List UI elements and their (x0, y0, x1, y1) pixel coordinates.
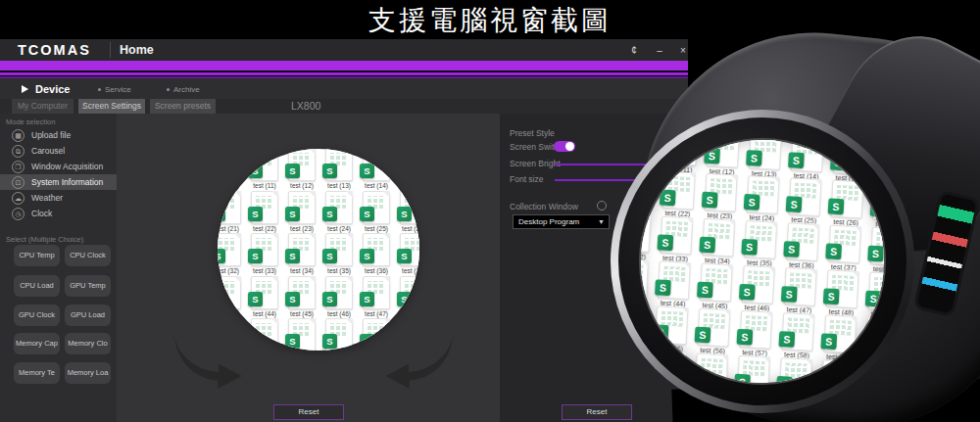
photo-shadow (671, 378, 980, 422)
document-icon: S (868, 272, 884, 311)
page-title: 支援電腦視窗截圖 (0, 2, 980, 39)
file-label: test (25) (365, 225, 388, 232)
file-label: test (43) (218, 310, 239, 317)
nav-archive[interactable]: Archive (173, 85, 200, 94)
nav-device[interactable]: Device (35, 83, 70, 95)
file-label: test (56) (700, 346, 725, 353)
upload-file-icon: ▦ (12, 129, 24, 142)
green-s-badge: S (248, 292, 263, 306)
document-icon: S (791, 140, 824, 172)
tab-my-computer[interactable]: My Computer (12, 99, 74, 114)
document-icon: S (288, 191, 316, 224)
green-s-badge: S (860, 380, 877, 383)
file-label: test (27) (875, 220, 884, 228)
file-label: test (11) (253, 182, 275, 189)
green-s-badge: S (699, 237, 715, 254)
file-icon-cell: Stest (59) (818, 314, 861, 361)
metric-memory-cap[interactable]: Memory Cap (14, 333, 60, 354)
document-icon: S (218, 233, 241, 266)
file-icon-cell: Stest (12) (702, 140, 745, 175)
green-s-badge: S (744, 194, 760, 211)
sidebar-item-window-acquisition[interactable]: ❐ Window Acquisition (0, 159, 117, 174)
green-s-badge: S (397, 292, 412, 306)
screen-bright-slider[interactable] (555, 164, 698, 165)
green-s-badge: S (360, 207, 374, 221)
page-fold (763, 356, 770, 363)
green-s-badge: S (862, 335, 879, 352)
tab-screen-settings[interactable]: Screen Settings (78, 99, 145, 114)
file-icon-cell: Stest (36) (781, 222, 824, 269)
sidebar-item-clock[interactable]: ◷ Clock (0, 206, 117, 221)
panel-reset-button[interactable]: Reset (562, 404, 632, 420)
font-size-slider[interactable] (555, 179, 698, 181)
file-icon-cell: Stest (26) (395, 191, 419, 232)
spreadsheet-pattern (836, 185, 858, 201)
metric-gpu-load[interactable]: GPU Load (65, 305, 111, 326)
spreadsheet-pattern (708, 223, 730, 239)
document-icon: S (325, 191, 353, 224)
rotate-arrow-right (380, 333, 459, 390)
file-label: test (16) (878, 176, 884, 184)
file-label: test (36) (365, 267, 388, 274)
green-s-badge: S (865, 290, 882, 306)
screen-switch-toggle[interactable] (554, 141, 575, 152)
document-icon: S (218, 276, 241, 309)
sidebar-item-weather[interactable]: ☁ Weather (0, 190, 117, 206)
nav-service[interactable]: Service (105, 85, 131, 94)
metric-cpu-temp[interactable]: CPU Temp (14, 245, 60, 266)
page-fold (858, 140, 865, 144)
metric-cpu-load[interactable]: CPU Load (14, 275, 60, 297)
settings-panel: Preset Style Screen Switch Screen Bright… (500, 114, 688, 422)
device-triangle-icon (22, 85, 28, 93)
page-fold (808, 313, 814, 320)
file-label: test (12) (290, 182, 314, 189)
file-label: test (15) (402, 182, 419, 189)
file-icon-cell: Stest (10) (218, 149, 246, 189)
file-label: test (59) (826, 352, 852, 360)
document-icon: S (363, 149, 390, 181)
document-icon: S (400, 149, 419, 181)
window-settings-icon[interactable]: ¢ (626, 44, 642, 57)
spreadsheet-pattern (787, 317, 809, 333)
sidebar-item-system-information[interactable]: ⊡ System Information (0, 174, 117, 190)
metric-gpu-clock[interactable]: GPU Clock (14, 305, 60, 326)
file-icon-cell: Stest (67) (690, 352, 733, 383)
metric-cpu-clock[interactable]: CPU Clock (65, 245, 111, 266)
metric-memory-load[interactable]: Memory Loa (65, 362, 111, 384)
metric-gpu-temp[interactable]: GPU Temp (65, 275, 111, 297)
window-title: Home (120, 43, 154, 57)
minimize-icon[interactable]: – (652, 44, 667, 57)
font-size-label: Font size (510, 174, 544, 184)
green-s-badge: S (360, 249, 374, 263)
sidebar-item-upload-file[interactable]: ▦ Upload file (0, 127, 117, 143)
green-s-badge: S (746, 150, 762, 166)
file-icon-cell: Stest (13) (320, 149, 358, 189)
file-icon-cell: Stest (16) (869, 140, 884, 184)
document-icon: S (288, 149, 316, 181)
collection-window-dropdown[interactable]: Desktop Program ▼ (513, 214, 610, 229)
tab-screen-presets[interactable]: Screen presets (150, 99, 216, 114)
file-icon-cell: Stest (12) (283, 149, 320, 189)
file-icon-cell: Stest (38) (865, 227, 884, 274)
metric-memory-temp[interactable]: Memory Te (14, 362, 60, 384)
refresh-icon[interactable] (597, 201, 607, 211)
green-s-badge: S (830, 154, 847, 170)
model-label: LX800 (291, 100, 320, 112)
preview-reset-button[interactable]: Reset (273, 404, 344, 420)
green-s-badge: S (776, 375, 793, 383)
document-icon: S (826, 269, 859, 308)
file-icon-cell: Stest (34) (283, 233, 320, 274)
green-s-badge: S (248, 249, 263, 263)
green-s-badge: S (285, 164, 300, 178)
close-icon[interactable]: × (675, 44, 691, 57)
page-fold (850, 315, 857, 322)
sidebar-item-carousel[interactable]: ⧉ Carousel (0, 143, 117, 159)
document-icon: S (865, 316, 884, 355)
file-icon-cell: Stest (11) (246, 149, 283, 189)
file-label: test (34) (705, 257, 730, 264)
document-icon: S (218, 149, 241, 181)
green-s-badge: S (734, 373, 751, 383)
document-icon: S (875, 140, 884, 176)
spreadsheet-pattern (827, 364, 850, 380)
metric-memory-clock[interactable]: Memory Clo (65, 333, 111, 354)
